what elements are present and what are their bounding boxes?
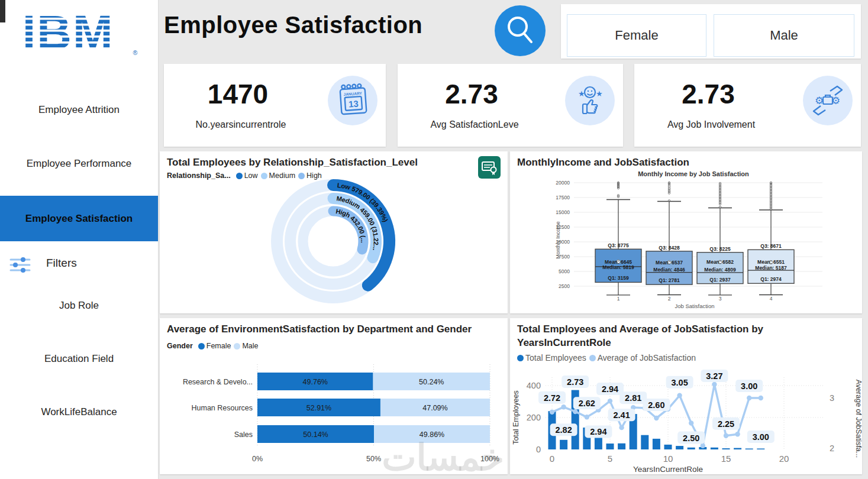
- registered-mark: ®: [133, 49, 137, 56]
- svg-text:★: ★: [596, 89, 603, 98]
- svg-text:3: 3: [830, 393, 834, 403]
- svg-text:2: 2: [830, 444, 834, 453]
- svg-text:5: 5: [608, 454, 612, 464]
- svg-text:17500: 17500: [556, 195, 570, 200]
- svg-text:Research & Develo...: Research & Develo...: [183, 378, 253, 386]
- svg-text:Q3: 8671: Q3: 8671: [760, 243, 782, 249]
- svg-text:49.86%: 49.86%: [420, 431, 444, 439]
- svg-text:100%: 100%: [480, 455, 499, 463]
- svg-text:2.82: 2.82: [555, 425, 572, 435]
- page-title: Employee Satisfaction: [164, 12, 422, 38]
- svg-text:2.81: 2.81: [625, 393, 641, 403]
- svg-text:Mean: 6551: Mean: 6551: [757, 259, 785, 265]
- svg-text:JANUARY: JANUARY: [343, 91, 362, 96]
- boxplot-panel: MonthlyIncome and JobSatisfaction Monthl…: [510, 151, 862, 313]
- svg-text:20: 20: [779, 454, 789, 464]
- svg-text:0%: 0%: [252, 455, 263, 463]
- svg-text:200: 200: [527, 413, 541, 422]
- svg-text:Q1: 2937: Q1: 2937: [709, 277, 731, 283]
- kpi-card-yearsincurrentrole: 1470 No.yearsincurrentrole JANUARY 13: [164, 64, 386, 147]
- search-button[interactable]: [495, 5, 546, 56]
- sliders-icon: [9, 256, 31, 276]
- filter-item-worklifebalance[interactable]: WorkLifeBalance: [0, 400, 158, 424]
- svg-text:Average of JobSatisfa...: Average of JobSatisfa...: [854, 380, 862, 458]
- svg-text:2.62: 2.62: [579, 399, 595, 408]
- svg-text:★: ★: [578, 89, 585, 98]
- svg-text:Mean: 6645: Mean: 6645: [605, 259, 632, 265]
- environment-satisfaction-bar-chart[interactable]: 49.76%50.24%Research & Develo...52.91%47…: [160, 318, 508, 474]
- svg-text:Q3: 8428: Q3: 8428: [659, 245, 680, 251]
- svg-text:20000: 20000: [556, 180, 570, 186]
- svg-text:Sales: Sales: [234, 431, 253, 439]
- svg-text:52.91%: 52.91%: [306, 404, 331, 412]
- male-filter-button[interactable]: Male: [714, 14, 854, 57]
- svg-text:2.25: 2.25: [718, 419, 734, 429]
- svg-text:3.00: 3.00: [741, 381, 757, 391]
- svg-text:50%: 50%: [366, 455, 381, 463]
- svg-text:Q1: 2781: Q1: 2781: [659, 277, 680, 283]
- gender-filter-panel: Female Male: [561, 4, 861, 59]
- kpi-value: 2.73: [634, 78, 782, 110]
- svg-text:Total Employees: Total Employees: [512, 390, 520, 445]
- ibm-logo-text: IBM: [22, 5, 114, 59]
- kpi-label: Avg SatisfactionLeve: [398, 119, 551, 130]
- svg-text:YearsInCurrentRole: YearsInCurrentRole: [633, 465, 703, 474]
- svg-text:Median: 5187: Median: 5187: [755, 265, 787, 271]
- search-icon: [495, 5, 546, 56]
- svg-text:15: 15: [721, 454, 731, 464]
- svg-text:50.24%: 50.24%: [419, 378, 444, 386]
- svg-text:2.94: 2.94: [590, 427, 606, 436]
- dashboard: IBM ® Employee Attrition Employee Perfor…: [0, 0, 868, 479]
- screen-edge-artifact: [0, 0, 5, 22]
- nav-item-employee-satisfaction[interactable]: Employee Satisfaction: [0, 196, 158, 241]
- svg-text:Q3: 8225: Q3: 8225: [709, 246, 731, 252]
- svg-text:2.73: 2.73: [567, 377, 583, 387]
- svg-text:3.05: 3.05: [671, 378, 688, 387]
- svg-text:1: 1: [617, 296, 620, 302]
- svg-text:3.00: 3.00: [753, 432, 769, 442]
- sidebar: IBM ® Employee Attrition Employee Perfor…: [0, 0, 159, 479]
- kpi-label: Avg Job Involvement: [634, 119, 788, 130]
- employees-jobsatisfaction-combo-chart[interactable]: 2.722.822.732.622.942.942.412.812.603.05…: [510, 318, 862, 474]
- donut-panel: Total Employees by Relationship_Satisfac…: [160, 151, 508, 313]
- svg-text:4: 4: [770, 296, 773, 302]
- ibm-logo: IBM ®: [20, 5, 141, 62]
- svg-text:5000: 5000: [559, 268, 570, 274]
- job-involvement-icon: ⚙ ⚙: [803, 76, 853, 125]
- svg-text:13: 13: [348, 98, 359, 109]
- svg-text:Median: 5819: Median: 5819: [602, 264, 634, 270]
- kpi-value: 1470: [164, 78, 312, 110]
- svg-text:2.41: 2.41: [613, 410, 630, 420]
- svg-text:2500: 2500: [559, 283, 570, 289]
- svg-text:10: 10: [663, 454, 673, 464]
- nav-item-employee-performance[interactable]: Employee Performance: [0, 152, 158, 176]
- svg-text:2: 2: [668, 296, 671, 302]
- svg-text:50.14%: 50.14%: [303, 431, 328, 439]
- filter-item-education-field[interactable]: Education Field: [0, 347, 158, 371]
- filters-section[interactable]: Filters: [0, 253, 158, 277]
- svg-text:Median: 4846: Median: 4846: [653, 267, 685, 273]
- combo-panel: Total Employees and Average of JobSatisf…: [510, 318, 862, 474]
- svg-text:15000: 15000: [556, 209, 570, 215]
- nav-item-employee-attrition[interactable]: Employee Attrition: [0, 98, 158, 122]
- svg-text:Mean: 6537: Mean: 6537: [656, 260, 683, 266]
- svg-text:47.09%: 47.09%: [422, 404, 447, 412]
- filters-label: Filters: [46, 257, 77, 270]
- svg-text:Monthly Income by Job Satisfac: Monthly Income by Job Satisfaction: [638, 170, 749, 177]
- svg-text:2.60: 2.60: [648, 400, 664, 410]
- filter-item-job-role[interactable]: Job Role: [0, 294, 158, 318]
- svg-text:0: 0: [550, 454, 554, 464]
- svg-text:3.27: 3.27: [706, 371, 722, 381]
- svg-text:Q3: 8775: Q3: 8775: [608, 242, 629, 248]
- kpi-value: 2.73: [398, 78, 546, 110]
- monthly-income-boxplot-chart[interactable]: Monthly Income by Job Satisfaction200001…: [510, 151, 862, 313]
- svg-text:Mean: 6582: Mean: 6582: [706, 259, 734, 265]
- relationship-satisfaction-donut-chart[interactable]: Low 579.00 (39.39%)Medium 459.00 (31.22.…: [160, 151, 508, 313]
- svg-text:Median: 4809: Median: 4809: [704, 267, 736, 273]
- svg-text:Q1: 2974: Q1: 2974: [760, 276, 782, 282]
- svg-text:2.50: 2.50: [683, 433, 699, 443]
- svg-text:Q1: 3159: Q1: 3159: [608, 275, 629, 281]
- female-filter-button[interactable]: Female: [567, 14, 706, 57]
- kpi-label: No.yearsincurrentrole: [164, 119, 318, 130]
- svg-text:2.94: 2.94: [602, 384, 618, 394]
